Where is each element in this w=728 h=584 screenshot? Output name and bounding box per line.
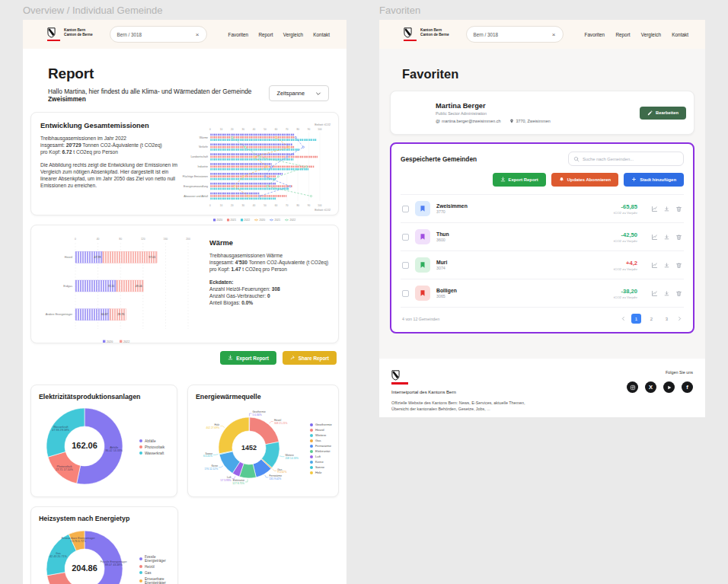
facebook-icon[interactable]: f xyxy=(682,381,693,393)
energiewaermequelle-legend: GeothermieHeizölWeitereGasFernwärmeElekt… xyxy=(310,423,332,474)
row-actions xyxy=(651,206,682,212)
legend-item: Gas xyxy=(310,439,332,442)
nav-vergleich[interactable]: Vergleich xyxy=(641,32,661,37)
clear-search-icon[interactable]: × xyxy=(552,31,556,38)
row-actions xyxy=(651,262,682,269)
row-checkbox[interactable] xyxy=(402,206,409,212)
legend-item: Erneuerbare Energieträger xyxy=(139,577,170,584)
page-3[interactable]: 3 xyxy=(662,314,672,324)
svg-text:402 27.69%: 402 27.69% xyxy=(206,426,220,429)
trash-icon[interactable] xyxy=(675,290,682,297)
site-footer: Internetportal des Kantons Bern Offiziel… xyxy=(379,359,705,417)
emissions-chart-svg: 0010102020303040405050606070708080909010… xyxy=(181,122,332,224)
trash-icon[interactable] xyxy=(675,262,682,269)
brand-underline xyxy=(391,382,408,385)
trash-icon[interactable] xyxy=(675,234,682,241)
svg-text:10: 10 xyxy=(220,204,223,207)
gemeinden-search[interactable] xyxy=(568,152,684,166)
saved-actions: Export Report Updates Abonnieren Stadt h… xyxy=(401,173,684,187)
legend-item: Fernwärme xyxy=(310,444,332,448)
prev-page-icon[interactable] xyxy=(621,316,626,321)
svg-text:Flüchtige Emissionen: Flüchtige Emissionen xyxy=(183,175,208,178)
delta-unit: tCO2 zu Vorjahr xyxy=(614,267,637,271)
gemeinde-info: Zweisimmen3770 xyxy=(436,203,468,214)
subscribe-updates-button[interactable]: Updates Abonnieren xyxy=(551,173,618,187)
download-icon[interactable] xyxy=(664,206,669,212)
svg-text:28.76: 28.76 xyxy=(117,313,124,316)
frame-report: Kanton Bern Canton de Berne Bern / 3018 … xyxy=(23,20,346,584)
frame-favoriten: Kanton Bern Canton de Berne Bern / 3018 … xyxy=(379,20,705,417)
kanton-bern-logo xyxy=(404,27,412,38)
export-report-button[interactable]: Export Report xyxy=(493,173,546,187)
profile-email: @martina.berger@zweisimmen.ch xyxy=(436,119,500,123)
pin-icon xyxy=(509,119,514,123)
search-icon xyxy=(573,156,580,162)
waerme-chart-svg: 04080120160200Heizöl47.9997.01Erdgas72.1… xyxy=(39,231,197,346)
youtube-icon[interactable] xyxy=(663,381,675,393)
trend-chart-icon[interactable] xyxy=(651,262,658,269)
frame-label-overview: Overview / Individual Gemeinde xyxy=(23,5,163,16)
svg-text:Gas: Gas xyxy=(56,552,61,555)
nav-vergleich[interactable]: Vergleich xyxy=(283,32,303,37)
clear-search-icon[interactable]: × xyxy=(196,31,200,38)
footer-portal-title: Internetportal des Kantons Bern xyxy=(391,390,536,394)
waerme-eckdaten: Eckdaten: Anzahl Heizöl-Feuerungen: 308 … xyxy=(209,279,328,307)
pencil-icon xyxy=(647,110,653,116)
svg-text:60: 60 xyxy=(275,128,278,131)
svg-text:90: 90 xyxy=(308,128,311,131)
svg-text:80: 80 xyxy=(296,204,299,207)
share-icon xyxy=(290,355,295,361)
delta-block: -65,85tCO2 zu Vorjahr xyxy=(614,203,637,215)
brand-line2: Canton de Berne xyxy=(420,33,449,37)
waerme-summary: Treibhausgasemissionen Wärme insgesamt: … xyxy=(209,252,328,273)
elektrizitaet-legend: AbfällePhotovoltaikWasserkraft xyxy=(139,439,164,455)
svg-text:160: 160 xyxy=(164,238,168,241)
row-checkbox[interactable] xyxy=(402,234,409,241)
municipality-search[interactable]: Bern / 3018 × xyxy=(466,26,564,43)
gemeinde-name: Thun xyxy=(436,231,449,237)
timespan-select[interactable]: Zeitspanne xyxy=(269,85,329,101)
x-icon[interactable]: X xyxy=(645,381,656,393)
nav-kontakt[interactable]: Kontakt xyxy=(313,32,330,37)
list-footer: 4 von 12 Gemeinden 123 xyxy=(401,307,684,329)
gemeinde-name: Bolligen xyxy=(436,288,457,293)
svg-text:Photovoltaik: Photovoltaik xyxy=(56,465,72,468)
search-value: Bern / 3018 xyxy=(474,32,499,37)
next-page-icon[interactable] xyxy=(677,316,682,321)
delta-unit: tCO2 zu Vorjahr xyxy=(614,211,637,215)
download-icon[interactable] xyxy=(664,291,669,296)
avatar xyxy=(398,97,429,128)
add-city-button[interactable]: Stadt hinzufügen xyxy=(624,173,684,187)
gemeinden-search-input[interactable] xyxy=(583,157,679,161)
trash-icon[interactable] xyxy=(675,206,682,212)
share-report-button[interactable]: Share Report xyxy=(283,351,337,365)
page-1[interactable]: 1 xyxy=(631,314,641,324)
brand-underline xyxy=(404,40,417,42)
download-icon[interactable] xyxy=(664,235,669,240)
page-title: Favoriten xyxy=(402,67,694,81)
delta-value: +4,2 xyxy=(614,260,637,266)
trend-chart-icon[interactable] xyxy=(651,290,658,297)
download-icon[interactable] xyxy=(664,263,669,268)
export-report-button[interactable]: Export Report xyxy=(220,351,276,365)
row-checkbox[interactable] xyxy=(402,290,409,297)
instagram-icon[interactable] xyxy=(627,381,638,393)
profile-role: Public Sector Administration xyxy=(436,111,551,116)
report-actions: Export Report Share Report xyxy=(33,351,337,365)
footer-description: Offizielle Website des Kantons Bern: New… xyxy=(391,400,536,412)
at-icon: @ xyxy=(436,119,440,123)
nav-favoriten[interactable]: Favoriten xyxy=(228,32,249,37)
municipality-search[interactable]: Bern / 3018 × xyxy=(110,26,207,43)
trend-chart-icon[interactable] xyxy=(651,206,658,212)
brand: Kanton Bern Canton de Berne xyxy=(47,27,93,42)
row-checkbox[interactable] xyxy=(402,262,409,269)
nav-kontakt[interactable]: Kontakt xyxy=(672,32,688,37)
trend-chart-icon[interactable] xyxy=(651,234,658,241)
nav-favoriten[interactable]: Favoriten xyxy=(585,32,605,37)
page-2[interactable]: 2 xyxy=(647,314,656,324)
svg-text:20: 20 xyxy=(231,128,234,131)
nav-report[interactable]: Report xyxy=(258,32,273,37)
edit-profile-button[interactable]: Bearbeiten xyxy=(640,107,686,120)
chevron-down-icon xyxy=(315,91,321,97)
nav-report[interactable]: Report xyxy=(615,32,630,37)
